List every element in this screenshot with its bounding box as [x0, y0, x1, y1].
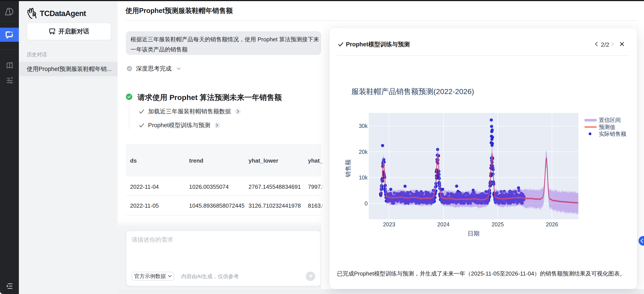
svg-text:2024: 2024: [438, 221, 450, 227]
svg-text:日期: 日期: [468, 230, 480, 237]
svg-text:2025: 2025: [492, 221, 504, 227]
svg-text:2026: 2026: [546, 221, 558, 227]
svg-text:0: 0: [364, 200, 368, 207]
svg-text:20k: 20k: [359, 149, 368, 155]
svg-text:置信区间: 置信区间: [599, 117, 621, 123]
svg-text:实际销售额: 实际销售额: [599, 131, 626, 137]
svg-text:2023: 2023: [383, 221, 395, 227]
svg-text:服装鞋帽产品销售额预测(2022-2026): 服装鞋帽产品销售额预测(2022-2026): [352, 87, 474, 96]
svg-text:预测值: 预测值: [599, 124, 615, 130]
svg-text:10k: 10k: [359, 175, 368, 181]
svg-text:销售额: 销售额: [345, 160, 352, 178]
svg-text:30k: 30k: [359, 123, 368, 129]
